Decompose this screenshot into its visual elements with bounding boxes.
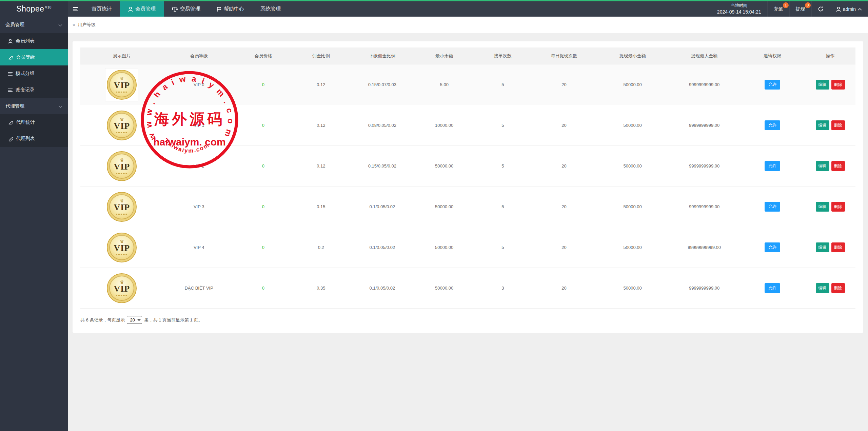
nav-tab-system-management[interactable]: 系统管理 (252, 1, 289, 17)
nav-tab-label: 首页统计 (92, 6, 112, 12)
display-image-cell: ♛VIP (80, 68, 163, 101)
cell-min-balance: 50000.00 (414, 204, 474, 209)
sidebar: 会员管理 会员列表 会员等级 模式分组 账变记录 代理管理 (0, 17, 68, 431)
user-icon (128, 6, 133, 12)
sidebar-item-mode-group[interactable]: 模式分组 (0, 65, 68, 82)
delete-button[interactable]: 删除 (831, 242, 845, 252)
username: admin (843, 6, 856, 12)
cell-sub-commission: 0.15/0.07/0.03 (350, 82, 414, 87)
edit-button[interactable]: 编辑 (816, 283, 829, 293)
withdraw-button[interactable]: 提现 0 (789, 1, 811, 17)
cell-level: VIP 4 (163, 245, 235, 250)
page-size-select[interactable]: 20 (127, 316, 142, 324)
cell-sub-commission: 0.1/0.05/0.02 (350, 204, 414, 209)
link-icon (8, 120, 13, 125)
chevron-down-icon (58, 22, 62, 27)
nav-tab-label: 会员管理 (135, 6, 156, 12)
nav-tab-home-stats[interactable]: 首页统计 (83, 1, 120, 17)
chevron-down-icon (58, 103, 62, 109)
vip-badge-image: ♛VIP (107, 111, 137, 140)
cell-min-balance: 50000.00 (414, 163, 474, 169)
cell-actions: 编辑删除 (805, 161, 855, 171)
user-menu[interactable]: admin (830, 1, 868, 17)
cell-min-withdrawal: 50000.00 (596, 82, 669, 87)
table-body: ♛VIPVIP 000.120.15/0.07/0.035.0052050000… (80, 64, 855, 309)
local-time-label: 当地时间 (717, 2, 761, 8)
column-header: 邀请权限 (740, 53, 805, 59)
cell-min-balance: 50000.00 (414, 286, 474, 291)
logo-area[interactable]: ShopeeV18 (0, 1, 68, 17)
cell-max-withdrawal: 9999999999.00 (669, 163, 740, 169)
content-area: 展示图片会员等级会员价格佣金比例下级佣金比例最小余额接单次数每日提现次数提现最小… (68, 33, 868, 431)
edit-button[interactable]: 编辑 (816, 242, 829, 252)
column-header: 最小余额 (414, 53, 474, 59)
allow-invite-button[interactable]: 允许 (765, 242, 780, 252)
cell-daily-withdrawals: 20 (531, 163, 596, 169)
allow-invite-button[interactable]: 允许 (765, 202, 780, 212)
allow-invite-button[interactable]: 允许 (765, 80, 780, 90)
list-icon (8, 87, 13, 93)
nav-tab-member-management[interactable]: 会员管理 (120, 1, 164, 17)
breadcrumb: » 用户等级 (68, 17, 868, 33)
sidebar-item-agent-stats[interactable]: 代理统计 (0, 114, 68, 131)
cell-orders: 5 (474, 82, 531, 87)
hamburger-menu-icon[interactable] (68, 1, 83, 17)
cell-daily-withdrawals: 20 (531, 245, 596, 250)
cell-invite-permission: 允许 (740, 283, 805, 293)
sidebar-item-balance-records[interactable]: 账变记录 (0, 82, 68, 98)
cell-price: 0 (235, 286, 292, 291)
cell-level: VIP 3 (163, 204, 235, 209)
cell-daily-withdrawals: 20 (531, 286, 596, 291)
cell-daily-withdrawals: 20 (531, 82, 596, 87)
allow-invite-button[interactable]: 允许 (765, 120, 780, 130)
cell-min-balance: 10000.00 (414, 123, 474, 128)
recharge-button[interactable]: 充值 1 (767, 1, 789, 17)
delete-button[interactable]: 删除 (831, 283, 845, 293)
cell-commission: 0.15 (292, 204, 350, 209)
nav-tab-transaction-management[interactable]: 交易管理 (164, 1, 209, 17)
cell-commission: 0.12 (292, 82, 350, 87)
allow-invite-button[interactable]: 允许 (765, 283, 780, 293)
sidebar-item-member-list[interactable]: 会员列表 (0, 33, 68, 49)
column-header: 佣金比例 (292, 53, 350, 59)
display-image-cell: ♛VIP (80, 272, 163, 305)
sidebar-group-member-management[interactable]: 会员管理 (0, 17, 68, 33)
sidebar-item-label: 代理统计 (16, 119, 35, 125)
pagination: 共 6 条记录，每页显示 20 条，共 1 页当前显示第 1 页。 (80, 316, 855, 324)
allow-invite-button[interactable]: 允许 (765, 161, 780, 171)
cell-min-withdrawal: 50000.00 (596, 163, 669, 169)
withdraw-badge: 0 (805, 2, 811, 8)
cell-invite-permission: 允许 (740, 120, 805, 130)
flag-icon (217, 6, 221, 12)
cell-min-balance: 5.00 (414, 82, 474, 87)
column-header: 会员等级 (163, 53, 235, 59)
table-row: ♛VIPVIP 000.120.15/0.07/0.035.0052050000… (80, 64, 855, 105)
sidebar-item-agent-list[interactable]: 代理列表 (0, 131, 68, 147)
logo-version: V18 (45, 5, 52, 9)
delete-button[interactable]: 删除 (831, 80, 845, 90)
link-icon (8, 136, 13, 141)
cell-commission: 0.2 (292, 245, 350, 250)
cell-level: VIP 2 (163, 163, 235, 169)
vip-badge-image: ♛VIP (107, 273, 137, 303)
sidebar-item-member-level[interactable]: 会员等级 (0, 49, 68, 65)
delete-button[interactable]: 删除 (831, 161, 845, 171)
edit-button[interactable]: 编辑 (816, 80, 829, 90)
column-header: 展示图片 (80, 53, 163, 59)
nav-tab-help-center[interactable]: 帮助中心 (209, 1, 252, 17)
edit-button[interactable]: 编辑 (816, 202, 829, 212)
table-row: ♛VIPVIP 400.20.1/0.05/0.0250000.00520500… (80, 227, 855, 268)
sidebar-group-agent-management[interactable]: 代理管理 (0, 98, 68, 114)
cell-invite-permission: 允许 (740, 242, 805, 252)
cell-level: VIP 0 (163, 82, 235, 87)
table-row: ♛VIPVIP 300.150.1/0.05/0.0250000.0052050… (80, 187, 855, 227)
breadcrumb-caret: » (73, 22, 75, 27)
refresh-button[interactable] (811, 1, 830, 17)
delete-button[interactable]: 删除 (831, 120, 845, 130)
delete-button[interactable]: 删除 (831, 202, 845, 212)
edit-button[interactable]: 编辑 (816, 120, 829, 130)
cell-daily-withdrawals: 20 (531, 204, 596, 209)
sidebar-submenu: 代理统计 代理列表 (0, 114, 68, 147)
cell-actions: 编辑删除 (805, 283, 855, 293)
edit-button[interactable]: 编辑 (816, 161, 829, 171)
